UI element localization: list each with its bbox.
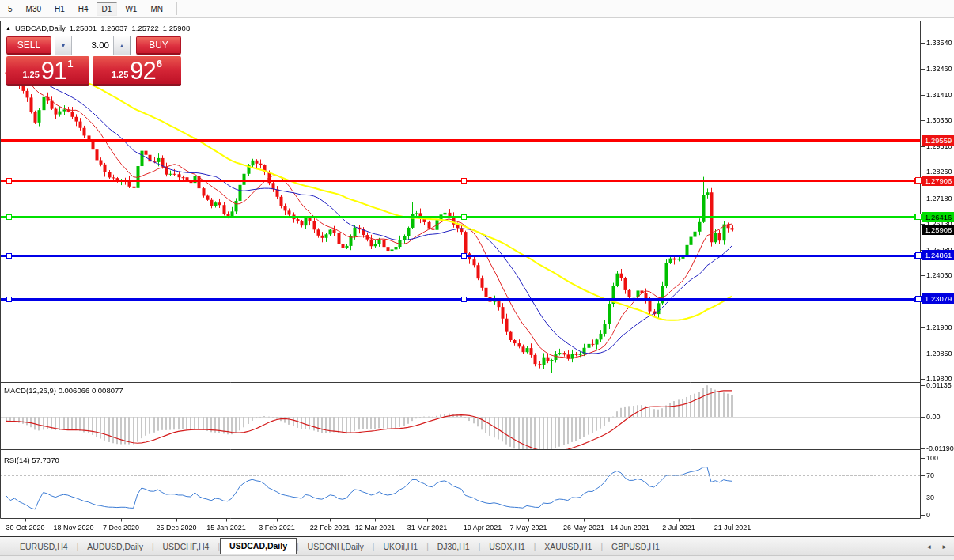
tab-scroll-arrows: ◄► — [926, 543, 948, 551]
date-tick-label: 31 Mar 2021 — [407, 524, 448, 532]
ohlc-open: 1.25801 — [70, 24, 97, 32]
line-handle[interactable] — [915, 252, 922, 259]
timeframe-button-H1[interactable]: H1 — [49, 2, 70, 16]
macd-indicator-label: MACD(12,26,9) 0.006066 0.008077 — [4, 386, 123, 395]
tab-USDX-H1[interactable]: USDX,H1 — [480, 539, 534, 554]
date-tick-label: 18 Nov 2020 — [53, 524, 93, 532]
date-tick-label: 7 May 2021 — [509, 524, 547, 532]
timeframe-button-D1[interactable]: D1 — [97, 2, 118, 16]
ohlc-low: 1.25722 — [132, 24, 159, 32]
date-tick-label: 14 Jun 2021 — [610, 524, 649, 532]
macd-tick-label: -0.01190 — [926, 445, 954, 452]
date-tick-label: 26 May 2021 — [563, 524, 604, 532]
price-tag-1.23079[interactable]: 1.23079 — [922, 293, 954, 304]
tab-AUDUSD-Daily[interactable]: AUDUSD,Daily — [78, 539, 152, 554]
timeframe-button-MN[interactable]: MN — [145, 2, 168, 16]
date-tick-label: 19 Apr 2021 — [464, 524, 502, 532]
price-tag-1.26416[interactable]: 1.26416 — [922, 212, 954, 222]
price-tick-label: 1.32460 — [926, 65, 952, 73]
ohlc-high: 1.26037 — [100, 24, 127, 32]
date-tick-label: 12 Mar 2021 — [355, 524, 396, 532]
rsi-tick-label: 70 — [926, 471, 934, 479]
tab-scroll-left[interactable]: ◄ — [926, 543, 932, 551]
timeframe-button-H4[interactable]: H4 — [73, 2, 94, 16]
volume-decrease-button[interactable]: ▼ — [55, 36, 72, 55]
sell-button[interactable]: SELL — [6, 36, 51, 55]
rsi-indicator-label: RSI(14) 57.7370 — [4, 456, 59, 464]
price-tick-label: 1.20850 — [926, 350, 952, 358]
timeframe-button-M30[interactable]: M30 — [21, 2, 47, 16]
ask-price-sup: 6 — [157, 58, 162, 70]
macd-tick-label: 0.01135 — [926, 381, 952, 389]
toolbar-separator — [176, 2, 177, 15]
date-tick-label: 22 Feb 2021 — [310, 524, 350, 532]
date-tick-label: 25 Dec 2020 — [156, 524, 196, 532]
price-tag-1.29559[interactable]: 1.29559 — [922, 135, 954, 146]
bid-price-small: 1.25 — [22, 70, 39, 79]
tab-USDCAD-Daily[interactable]: USDCAD,Daily — [220, 538, 297, 554]
price-tag-1.27906[interactable]: 1.27906 — [922, 176, 954, 186]
bid-price-big: 91 — [41, 58, 66, 84]
timeframe-button-5[interactable]: 5 — [2, 2, 18, 16]
price-tag-1.24861[interactable]: 1.24861 — [922, 250, 954, 260]
rsi-tick-label: 100 — [926, 454, 938, 462]
trading-terminal: 5M30H1H4D1W1MN ▲ USDCAD,Daily 1.25801 1.… — [0, 0, 954, 560]
buy-button[interactable]: BUY — [136, 36, 181, 55]
line-handle[interactable] — [915, 177, 922, 184]
rsi-tick-label: 30 — [926, 494, 934, 501]
price-tick-label: 1.30360 — [926, 116, 952, 124]
price-tag-1.25908: 1.25908 — [922, 225, 954, 235]
chart-tab-bar: EURUSD,H4|AUDUSD,Daily|USDCHF,H4|USDCAD,… — [0, 536, 954, 555]
tab-GBPUSD-H1[interactable]: GBPUSD,H1 — [603, 539, 668, 554]
ask-price-big: 92 — [130, 58, 155, 84]
ask-price-small: 1.25 — [112, 70, 128, 79]
tab-UKOil-H1[interactable]: UKOil,H1 — [374, 539, 426, 554]
tab-USDCNH-Daily[interactable]: USDCNH,Daily — [299, 539, 373, 554]
date-tick-label: 3 Feb 2021 — [259, 524, 295, 532]
price-tick-label: 1.31410 — [926, 91, 952, 99]
rsi-tick-label: 0 — [926, 511, 930, 519]
volume-value[interactable]: 3.00 — [72, 36, 113, 55]
chart-symbol-label: USDCAD,Daily — [15, 24, 66, 32]
status-bar — [0, 555, 954, 560]
collapse-icon[interactable]: ▲ — [6, 25, 11, 32]
date-tick-label: 2 Jul 2021 — [662, 524, 695, 532]
volume-increase-button[interactable]: ▲ — [113, 36, 130, 55]
tab-XAUUSD-H1[interactable]: XAUUSD,H1 — [536, 539, 600, 554]
bid-price-sup: 1 — [67, 58, 73, 70]
tab-USDCHF-H4[interactable]: USDCHF,H4 — [154, 539, 218, 554]
macd-tick-label: 0.00 — [926, 413, 941, 421]
one-click-trading-panel: SELL ▼ 3.00 ▲ BUY 1.25 91 1 1.25 92 6 — [6, 35, 181, 84]
ask-quote-box[interactable]: 1.25 92 6 — [93, 56, 181, 86]
tab-EURUSD-H4[interactable]: EURUSD,H4 — [11, 539, 77, 554]
tab-DJ30-H1[interactable]: DJ30,H1 — [429, 539, 479, 554]
date-tick-label: 21 Jul 2021 — [714, 524, 751, 532]
volume-spinner: ▼ 3.00 ▲ — [55, 36, 131, 55]
date-tick-label: 15 Jan 2021 — [206, 524, 246, 532]
chart-header: ▲ USDCAD,Daily 1.25801 1.26037 1.25722 1… — [6, 24, 190, 32]
line-handle[interactable] — [915, 296, 922, 302]
bid-quote-box[interactable]: 1.25 91 1 — [6, 56, 89, 86]
price-tick-label: 1.24030 — [926, 271, 952, 279]
price-tick-label: 1.33540 — [926, 39, 952, 47]
price-tick-label: 1.21900 — [926, 324, 952, 331]
timeframe-button-W1[interactable]: W1 — [119, 2, 142, 16]
line-handle[interactable] — [915, 214, 922, 220]
ohlc-close: 1.25908 — [163, 24, 190, 32]
price-tick-label: 1.27180 — [926, 195, 952, 202]
date-tick-label: 30 Oct 2020 — [6, 524, 44, 532]
timeframe-toolbar: 5M30H1H4D1W1MN — [0, 0, 954, 18]
tab-scroll-right[interactable]: ► — [941, 543, 948, 551]
date-tick-label: 7 Dec 2020 — [103, 524, 139, 532]
